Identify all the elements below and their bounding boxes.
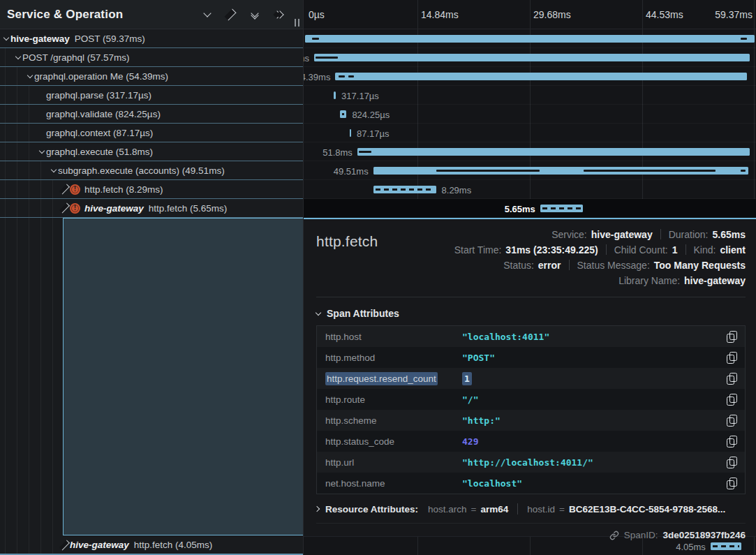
resource-value: arm64 xyxy=(480,504,508,515)
resource-attributes-toggle[interactable]: Resource Attributes: xyxy=(316,504,428,515)
selected-span-region xyxy=(0,218,303,536)
indent-guide xyxy=(5,86,6,104)
tree-row[interactable]: graphql.operation Me (54.39ms) xyxy=(0,67,303,86)
span-bar[interactable] xyxy=(335,73,747,80)
attribute-row: http.status_code429 xyxy=(317,431,745,452)
operation-label: POST /graphql (57.57ms) xyxy=(22,52,130,63)
meta-label: Duration: xyxy=(669,229,709,240)
double-chevron-down-icon[interactable] xyxy=(250,10,260,20)
tree-row[interactable]: hive-gatewayPOST (59.37ms) xyxy=(0,29,303,48)
expander-down-icon[interactable] xyxy=(13,57,22,59)
expander-down-icon[interactable] xyxy=(49,170,58,172)
operation-label: graphql.execute (51.8ms) xyxy=(46,147,153,157)
meta-item: Kind:client xyxy=(694,244,746,256)
indent-guide xyxy=(17,218,17,536)
duration-label: 8.29ms xyxy=(442,185,472,195)
meta-value: error xyxy=(538,260,561,271)
indent-guide xyxy=(5,536,6,554)
timeline-row[interactable]: 49.51ms xyxy=(304,161,756,180)
span-attributes-toggle[interactable]: Span Attributes xyxy=(316,308,746,319)
span-bar[interactable] xyxy=(314,54,750,61)
panel-title: Service & Operation xyxy=(7,8,202,22)
timeline-row[interactable]: 824.25µs xyxy=(304,105,756,124)
indent-guide xyxy=(29,124,29,142)
copy-icon[interactable] xyxy=(727,373,738,385)
meta-label: Status: xyxy=(503,260,534,271)
span-bar[interactable] xyxy=(334,91,336,99)
chevron-down-icon[interactable] xyxy=(202,10,212,20)
operation-label: graphql.parse (317.17µs) xyxy=(46,90,151,101)
tree-row[interactable]: graphql.validate (824.25µs) xyxy=(0,105,303,124)
expander-down-icon[interactable] xyxy=(37,151,46,153)
attribute-row: http.scheme"http:" xyxy=(317,410,745,431)
selected-span-expansion[interactable] xyxy=(63,218,303,535)
span-bar[interactable] xyxy=(350,129,351,137)
span-bar[interactable] xyxy=(373,167,748,175)
expander-right-icon[interactable] xyxy=(61,543,70,547)
timeline-row[interactable]: 5.65ms xyxy=(304,199,756,218)
tree-row[interactable]: graphql.parse (317.17µs) xyxy=(0,86,303,105)
service-name: hive-gateway xyxy=(70,540,129,550)
timeline-tick: 29.68ms xyxy=(533,9,571,20)
expander-down-icon[interactable] xyxy=(25,75,34,77)
copy-icon[interactable] xyxy=(727,478,738,489)
expander-down-icon[interactable] xyxy=(1,38,10,40)
tree-bottom-row: hive-gatewayhttp.fetch (4.05ms) xyxy=(0,536,303,555)
span-bar[interactable] xyxy=(373,186,436,193)
timeline-row[interactable]: 8.29ms xyxy=(304,180,756,199)
copy-icon[interactable] xyxy=(727,331,738,343)
error-icon: ! xyxy=(70,203,80,214)
tree-row[interactable]: subgraph.execute (accounts) (49.51ms) xyxy=(0,161,303,180)
timeline-row[interactable]: 87.17µs xyxy=(304,124,756,142)
span-bar[interactable] xyxy=(305,35,755,43)
span-bar[interactable] xyxy=(357,148,750,156)
tree-row[interactable]: POST /graphql (57.57ms) xyxy=(0,48,303,67)
expander-right-icon[interactable] xyxy=(61,187,70,191)
indent-guide xyxy=(29,199,29,217)
timeline-row[interactable] xyxy=(304,29,756,48)
indent-guide xyxy=(29,180,29,198)
child-span-notch xyxy=(348,75,355,77)
copy-icon[interactable] xyxy=(727,457,738,468)
attribute-key: http.scheme xyxy=(325,415,462,426)
copy-icon[interactable] xyxy=(727,415,738,427)
indent-guide xyxy=(5,218,6,536)
tree-row[interactable]: graphql.execute (51.8ms) xyxy=(0,142,303,161)
double-chevron-right-icon[interactable] xyxy=(274,10,283,20)
span-bar[interactable] xyxy=(540,205,583,212)
tree-row[interactable]: !hive-gatewayhttp.fetch (5.65ms) xyxy=(0,199,303,218)
meta-item: Child Count:1 xyxy=(614,244,678,256)
attribute-value: "localhost:4011" xyxy=(462,332,549,342)
expander-right-icon[interactable] xyxy=(61,206,70,210)
link-icon[interactable] xyxy=(609,531,619,540)
indent-guide xyxy=(17,199,17,217)
meta-line: Start Time:31ms (23:35:49.225)Child Coun… xyxy=(454,243,746,256)
span-bar[interactable] xyxy=(340,110,346,118)
tree-row[interactable]: graphql.context (87.17µs) xyxy=(0,124,303,142)
indent-guide xyxy=(17,124,17,142)
chevron-right-icon[interactable] xyxy=(226,10,236,20)
copy-icon[interactable] xyxy=(727,436,738,447)
resource-attributes-title: Resource Attributes: xyxy=(325,504,418,515)
indent-guide xyxy=(40,161,41,179)
span-bar[interactable] xyxy=(711,542,741,550)
copy-icon[interactable] xyxy=(727,352,738,364)
indent-guide xyxy=(52,180,53,198)
attribute-row: http.route"/" xyxy=(317,389,745,410)
panel-resize-handle[interactable] xyxy=(295,19,299,27)
timeline-row[interactable]: 54.39ms xyxy=(304,67,756,86)
copy-icon[interactable] xyxy=(727,394,738,406)
timeline-row[interactable]: 57.57ms xyxy=(304,48,756,67)
tree-row[interactable]: !http.fetch (8.29ms) xyxy=(0,180,303,199)
meta-value: 31ms (23:35:49.225) xyxy=(505,244,598,256)
tree-row[interactable]: hive-gatewayhttp.fetch (4.05ms) xyxy=(0,536,303,555)
timeline-rows: 57.57ms54.39ms317.17µs824.25µs87.17µs51.… xyxy=(304,29,756,218)
indent-guide xyxy=(5,161,6,179)
error-icon: ! xyxy=(70,184,80,195)
attribute-key: http.host xyxy=(325,332,462,342)
attribute-value: "localhost" xyxy=(462,478,522,489)
indent-guide xyxy=(5,105,6,123)
indent-guide xyxy=(40,180,41,198)
timeline-row[interactable]: 317.17µs xyxy=(304,86,756,105)
timeline-row[interactable]: 51.8ms xyxy=(304,142,756,161)
